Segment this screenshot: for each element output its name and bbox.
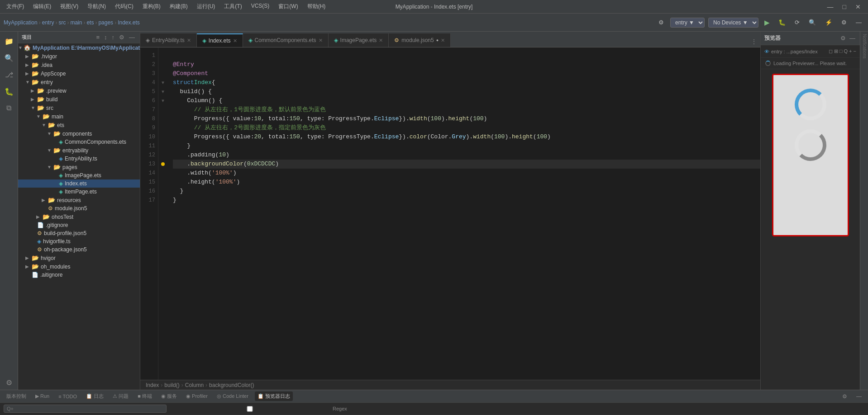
previewer-icon-minimize[interactable]: — [849, 34, 856, 42]
toolbar-more4[interactable]: — [853, 18, 864, 27]
tree-item-gitignore[interactable]: 📄 .gitignore [18, 221, 140, 229]
tree-item-src[interactable]: ▼ 📂 src [18, 104, 140, 112]
code-content[interactable]: @Entry @Component struct Index { build()… [167, 47, 760, 380]
run-button[interactable]: ▶ [762, 17, 772, 28]
tabs-more-btn[interactable]: ⋮ [748, 36, 760, 47]
breadcrumb-entry[interactable]: entry [42, 19, 54, 26]
debug-button[interactable]: 🐛 [776, 18, 788, 27]
log-tab-previewer[interactable]: 📋 预览器日志 [255, 391, 293, 401]
activity-debug[interactable]: 🐛 [2, 84, 16, 99]
menu-file[interactable]: 文件(F) [5, 2, 26, 11]
tab-close-entry-ability[interactable]: ✕ [187, 38, 191, 43]
tree-item-pages[interactable]: ▼ 📂 pages [18, 163, 140, 171]
file-tree-icon-settings[interactable]: ⚙ [118, 33, 126, 41]
tree-item-components[interactable]: ▼ 📂 components [18, 129, 140, 138]
activity-files[interactable]: 📁 [2, 34, 16, 48]
minimize-button[interactable]: — [825, 2, 836, 11]
breadcrumb-file[interactable]: Index.ets [118, 19, 140, 26]
toolbar-more3[interactable]: ⚙ [839, 18, 849, 27]
log-tab-problems[interactable]: ⚠ 问题 [110, 391, 131, 401]
tab-module-json[interactable]: ⚙ module.json5 ● ✕ [389, 33, 451, 47]
regex-checkbox[interactable] [168, 406, 331, 412]
devices-dropdown[interactable]: No Devices ▼ [708, 18, 758, 28]
tree-item-appscope[interactable]: ▶ 📂 AppScope [18, 69, 140, 78]
tree-item-ohostest[interactable]: ▶ 📂 ohosTest [18, 212, 140, 221]
menu-build[interactable]: 构建(B) [168, 2, 190, 11]
breadcrumb-column[interactable]: Column [185, 382, 204, 388]
file-tree-icon-up[interactable]: ↑ [110, 33, 116, 41]
file-tree-icon-new-file[interactable]: ≡ [95, 33, 101, 41]
menu-run[interactable]: 运行(U) [195, 2, 217, 11]
entry-dropdown[interactable]: entry ▼ [670, 18, 705, 28]
tab-entry-ability[interactable]: ◈ EntryAbility.ts ✕ [140, 33, 197, 47]
menu-refactor[interactable]: 重构(B) [141, 2, 162, 11]
previewer-icon-settings[interactable]: ⚙ [839, 34, 847, 42]
tree-item-resources[interactable]: ▶ 📂 resources [18, 196, 140, 204]
tree-item-entry[interactable]: ▼ 📂 entry [18, 78, 140, 86]
log-tab-log[interactable]: 📋 日志 [83, 391, 106, 401]
log-tab-todo[interactable]: ≡ TODO [56, 392, 80, 401]
log-tab-codelinter[interactable]: ◎ Code Linter [214, 392, 251, 401]
file-tree-icon-collapse[interactable]: ↕ [103, 33, 109, 41]
tab-common-comp[interactable]: ◈ CommonComponents.ets ✕ [243, 33, 329, 47]
breadcrumb-app[interactable]: MyApplication [4, 19, 38, 26]
tree-item-hvigorfile[interactable]: ◈ hvigorfile.ts [18, 237, 140, 245]
menu-tools[interactable]: 工具(T) [222, 2, 243, 11]
tree-item-oh-package[interactable]: ⚙ oh-package.json5 [18, 245, 140, 254]
tree-item-entryability[interactable]: ▼ 📂 entryability [18, 146, 140, 155]
tree-item-entry-ability-ts[interactable]: ◈ EntryAbility.ts [18, 155, 140, 163]
tree-item-imagepage[interactable]: ◈ ImagePage.ets [18, 171, 140, 179]
tab-index-ets[interactable]: ◈ Index.ets ✕ [197, 33, 243, 47]
tree-item-index-ets[interactable]: ◈ Index.ets [18, 179, 140, 188]
tab-close-common[interactable]: ✕ [319, 38, 323, 43]
activity-search[interactable]: 🔍 [2, 51, 16, 65]
toolbar-more1[interactable]: 🔍 [806, 18, 819, 27]
sync-button[interactable]: ⟳ [792, 18, 802, 27]
activity-git[interactable]: ⎇ [2, 67, 16, 82]
tab-close-image-page[interactable]: ✕ [379, 38, 383, 43]
log-tab-profiler[interactable]: ◉ Profiler [183, 392, 210, 401]
menu-bar[interactable]: 文件(F) 编辑(E) 视图(V) 导航(N) 代码(C) 重构(B) 构建(B… [5, 2, 327, 11]
tree-item-itempage[interactable]: ◈ ItemPage.ets [18, 188, 140, 196]
breadcrumb-pages[interactable]: pages [98, 19, 113, 26]
log-tab-terminal[interactable]: ■ 终端 [135, 391, 155, 401]
tree-item-ets[interactable]: ▼ 📂 ets [18, 121, 140, 129]
activity-settings-bottom[interactable]: ⚙ [2, 375, 16, 390]
tree-item-build-folder[interactable]: ▶ 📂 build [18, 95, 140, 104]
file-tree-icon-close[interactable]: — [128, 33, 136, 41]
tree-item-common-ets[interactable]: ◈ CommonComponents.ets [18, 138, 140, 146]
tree-item-aitignore[interactable]: 📄 .aitignore [18, 271, 140, 279]
maximize-button[interactable]: □ [840, 2, 849, 11]
breadcrumb-src[interactable]: src [58, 19, 66, 26]
menu-help[interactable]: 帮助(H) [305, 2, 328, 11]
tree-item-hvigor[interactable]: ▶ 📂 .hvigor [18, 52, 140, 61]
menu-nav[interactable]: 导航(N) [86, 2, 108, 11]
log-search-input[interactable] [4, 405, 167, 413]
tree-item-myapp[interactable]: ▼ 🏠 MyApplication E:\HarmonyOS\MyApplica… [18, 43, 140, 52]
code-editor[interactable]: 1 2 3 4 5 6 7 8 9 10 11 12 13 14 15 16 1… [140, 47, 760, 380]
log-tab-version-control[interactable]: 版本控制 [4, 391, 29, 401]
log-settings-icon[interactable]: ⚙ [839, 393, 850, 400]
log-minimize-icon[interactable]: — [854, 393, 864, 400]
tree-item-hvigor-root[interactable]: ▶ 📂 hvigor [18, 254, 140, 262]
tree-item-oh-modules[interactable]: ▶ 📂 oh_modules [18, 262, 140, 271]
menu-view[interactable]: 视图(V) [58, 2, 80, 11]
menu-window[interactable]: 窗口(W) [277, 2, 300, 11]
tree-item-build-profile[interactable]: ⚙ build-profile.json5 [18, 229, 140, 237]
tab-image-page[interactable]: ◈ ImagePage.ets ✕ [329, 33, 389, 47]
breadcrumb-main[interactable]: main [70, 19, 82, 26]
breadcrumb-build[interactable]: build() [164, 382, 179, 388]
regex-checkbox-label[interactable]: Regex [168, 406, 347, 412]
toolbar-more2[interactable]: ⚡ [822, 18, 835, 27]
tab-close-index-ets[interactable]: ✕ [233, 38, 237, 44]
tree-item-module-json5[interactable]: ⚙ module.json5 [18, 204, 140, 212]
toolbar-settings-btn[interactable]: ⚙ [656, 18, 667, 27]
tree-item-preview[interactable]: ▶ 📂 .preview [18, 86, 140, 95]
close-button[interactable]: ✕ [853, 2, 863, 11]
breadcrumb-bgcolor[interactable]: backgroundColor() [209, 382, 254, 388]
menu-vcs[interactable]: VCS(S) [249, 2, 272, 11]
menu-code[interactable]: 代码(C) [113, 2, 135, 11]
breadcrumb-ets[interactable]: ets [86, 19, 94, 26]
activity-extensions[interactable]: ⧉ [2, 101, 16, 115]
log-tab-services[interactable]: ◉ 服务 [158, 391, 180, 401]
